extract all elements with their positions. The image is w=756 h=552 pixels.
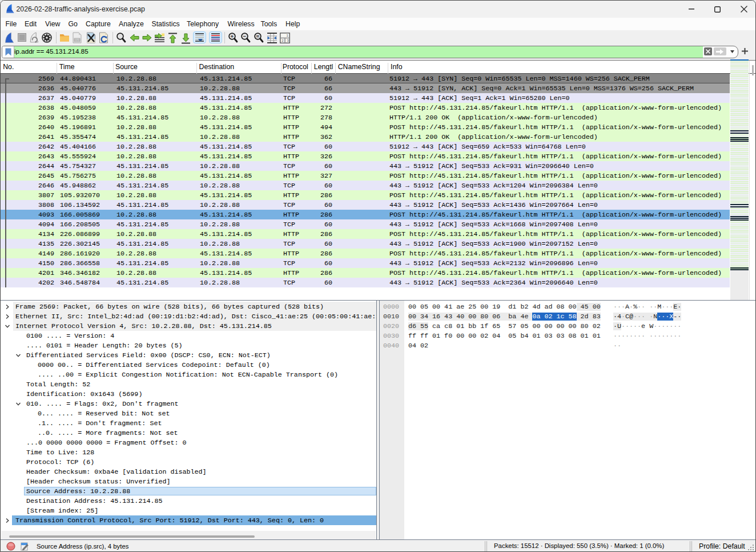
svg-text:010: 010 [74,38,81,42]
svg-text:+: + [231,33,234,39]
svg-text:−: − [243,33,247,39]
svg-text:=: = [256,33,260,39]
